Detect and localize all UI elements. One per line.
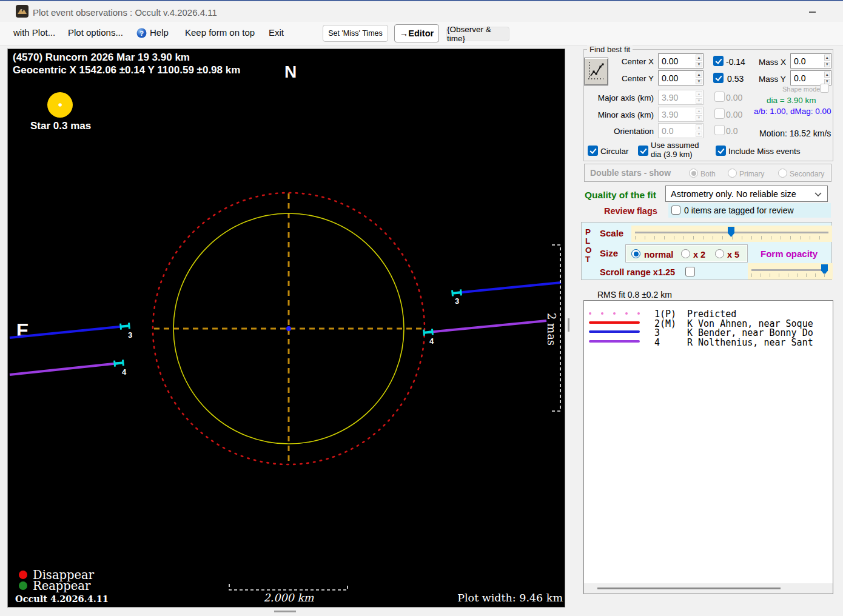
list-item[interactable]: 2(M)K Von Ahnen, near Soque [584, 318, 833, 327]
spin-up-icon[interactable]: ▲ [696, 72, 702, 78]
orientation-input[interactable] [659, 124, 695, 138]
center-y-spinner[interactable]: ▲▼ [658, 70, 704, 85]
find-best-fit-label: Find best fit [587, 45, 633, 54]
orientation-spinner[interactable]: ▲▼ [658, 123, 704, 138]
spin-down-icon[interactable]: ▼ [696, 79, 702, 85]
spin-down-icon: ▼ [696, 98, 702, 104]
shape-model-checkbox[interactable] [820, 84, 829, 93]
menu-help[interactable]: Help [150, 27, 169, 38]
observer-list-hscrollbar[interactable] [584, 583, 833, 594]
major-axis-spinner[interactable]: ▲▼ [658, 90, 704, 105]
mas-scale-label: 2 mas [545, 313, 558, 346]
size-normal-radio[interactable] [631, 249, 640, 258]
size-x5-radio[interactable] [715, 249, 724, 258]
form-opacity-ticks [751, 273, 828, 277]
fit-center-x-checkbox[interactable] [713, 56, 724, 66]
spin-up-icon[interactable]: ▲ [824, 72, 831, 78]
review-flags-label: Review flags [604, 206, 657, 216]
chord-4-west[interactable] [10, 363, 119, 375]
observer-list[interactable]: 1(P)Predicted 2(M)K Von Ahnen, near Soqu… [583, 300, 833, 594]
double-stars-both-radio[interactable] [689, 169, 698, 178]
predicted-dotted-swatch [589, 312, 640, 315]
scale-slider[interactable] [631, 226, 832, 242]
scrollbar-thumb[interactable] [597, 588, 781, 589]
fit-center-y-checkbox[interactable] [713, 73, 724, 83]
mass-y-input[interactable] [791, 71, 824, 85]
use-assumed-checkbox[interactable] [638, 146, 648, 156]
spin-up-icon: ▲ [696, 108, 702, 114]
fit-minor-axis-checkbox[interactable] [714, 109, 725, 119]
list-item[interactable]: 1(P)Predicted [584, 309, 833, 318]
spin-down-icon[interactable]: ▼ [696, 62, 702, 68]
review-flags-checkbox[interactable] [671, 206, 680, 215]
circular-checkbox[interactable] [588, 146, 598, 156]
chord-3-east[interactable] [457, 283, 561, 293]
double-stars-secondary-radio[interactable] [778, 169, 787, 178]
mass-y-label: Mass Y [759, 75, 786, 84]
best-fit-chart-button[interactable] [584, 58, 608, 85]
plot-canvas[interactable]: (4570) Runcorn 2026 Mar 19 3.90 km Geoce… [7, 49, 565, 608]
size-normal-label: normal [644, 250, 673, 259]
minimize-button[interactable] [802, 5, 822, 19]
minor-axis-label: Minor axis (km) [581, 110, 654, 119]
star-center-dot [58, 103, 62, 107]
reappear-dot [19, 581, 27, 590]
chord-3-east-marker[interactable] [452, 289, 462, 296]
observer-time-label: {Observer & time} [446, 27, 509, 41]
minor-axis-input[interactable] [659, 107, 695, 121]
fit-major-axis-checkbox[interactable] [714, 92, 725, 102]
size-x2-radio[interactable] [681, 249, 690, 258]
occultation-plot: (4570) Runcorn 2026 Mar 19 3.90 km Geoce… [8, 49, 565, 607]
minor-axis-spinner[interactable]: ▲▼ [658, 107, 704, 122]
plot-vertical-scrollbar[interactable] [568, 318, 569, 332]
chord-4-east[interactable] [428, 321, 546, 332]
double-stars-primary-label: Primary [739, 170, 764, 178]
menu-with-plot[interactable]: with Plot... [13, 27, 55, 38]
chord-4-west-marker[interactable] [115, 360, 124, 366]
spin-up-icon[interactable]: ▲ [824, 55, 831, 61]
spin-down-icon[interactable]: ▼ [824, 62, 831, 68]
list-item[interactable]: 3K Bender, near Bonny Do [584, 327, 833, 336]
chord-3-west-marker[interactable] [121, 323, 130, 329]
app-icon [16, 5, 29, 18]
set-miss-times-button[interactable]: Set 'Miss' Times [323, 25, 388, 42]
chord-swatch [589, 330, 640, 333]
list-item[interactable]: 4R Nolthenius, near Sant [584, 337, 833, 346]
center-x-spinner[interactable]: ▲▼ [658, 53, 704, 69]
mass-x-label: Mass X [759, 58, 786, 67]
help-icon[interactable]: ? [136, 28, 147, 38]
menu-keep-on-top[interactable]: Keep form on top [185, 27, 255, 38]
window-title: Plot event observations : Occult v.4.202… [33, 7, 217, 18]
chord-swatch [589, 321, 640, 324]
mass-x-spinner[interactable]: ▲▼ [790, 53, 831, 69]
center-dot [286, 326, 291, 331]
spin-down-icon: ▼ [696, 132, 702, 138]
scroll-range-checkbox[interactable] [685, 267, 695, 276]
form-opacity-label: Form opacity [761, 249, 818, 259]
double-stars-secondary-label: Secondary [790, 170, 824, 178]
center-x-input[interactable] [659, 54, 695, 68]
spin-up-icon[interactable]: ▲ [696, 55, 702, 61]
mass-x-input[interactable] [791, 54, 824, 68]
include-miss-label: Include Miss events [728, 147, 801, 156]
major-axis-label: Major axis (km) [581, 93, 654, 102]
plot-horizontal-scrollbar[interactable] [274, 611, 296, 612]
plot-controls-panel: P L O T Scale Size normal x 2 x 5 Form o… [581, 222, 832, 280]
spin-up-icon: ▲ [696, 124, 702, 130]
fit-orientation-checkbox[interactable] [714, 125, 725, 135]
form-opacity-slider[interactable] [748, 263, 833, 280]
star-label: Star 0.3 mas [30, 120, 91, 132]
title-bar[interactable]: Plot event observations : Occult v.4.202… [0, 1, 843, 22]
plot-letter-p: P [585, 227, 591, 236]
editor-button[interactable]: →Editor [394, 24, 439, 42]
menu-exit[interactable]: Exit [269, 27, 284, 38]
center-y-input[interactable] [659, 71, 695, 85]
plot-title-line2: Geocentric X 1542.06 ±0.14 Y 1100.59 ±0.… [13, 64, 240, 76]
double-stars-primary-radio[interactable] [728, 169, 737, 178]
major-axis-input[interactable] [659, 90, 695, 104]
menu-plot-options[interactable]: Plot options... [68, 27, 123, 38]
include-miss-checkbox[interactable] [716, 146, 726, 156]
center-x-fitted: -0.14 [726, 57, 745, 67]
version-label: Occult 4.2026.4.11 [15, 594, 109, 604]
quality-dropdown[interactable]: Astrometry only. No reliable size [665, 186, 828, 202]
